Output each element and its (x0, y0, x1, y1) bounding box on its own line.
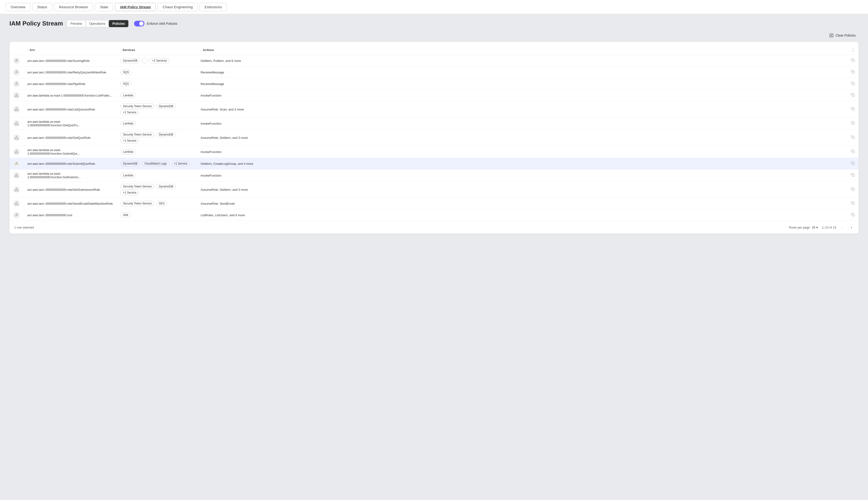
nav-tab-resource-browser[interactable]: Resource Browser (54, 3, 93, 11)
service-badge: Lambda (120, 149, 136, 155)
svg-rect-11 (853, 94, 855, 96)
copy-button[interactable] (851, 93, 855, 98)
service-badge: +1 Service (120, 110, 139, 115)
empty-service-badge (142, 58, 148, 64)
page-title: IAM Policy Stream (10, 20, 63, 27)
services-cell: Security Token ServiceDynamoDB+1 Service (117, 101, 197, 117)
actions-cell: AssumeRole, SendEmail (197, 198, 847, 209)
nav-tabs: OverviewStatusResource BrowserStateIAM P… (6, 5, 229, 9)
table-row[interactable]: arn:aws:iam::000000000000:role/GetQuizRo… (10, 129, 858, 146)
pagination-controls: Rows per page: 25 ▾ 1–13 of 13 ‹ › (789, 224, 854, 230)
actions-cell: GetItem, CreateLogGroup, and 4 more (197, 158, 847, 170)
table-row[interactable]: arn:aws:iam::000000000000:role/ScoringRo… (10, 55, 858, 67)
copy-button[interactable] (851, 59, 855, 63)
clear-icon (829, 33, 834, 37)
lambda-icon (13, 134, 20, 141)
table-row[interactable]: arn:aws:iam::000000000000:role/SubmitQui… (10, 158, 858, 170)
rows-per-page: Rows per page: 25 ▾ (789, 226, 818, 229)
nav-tab-overview[interactable]: Overview (6, 3, 31, 11)
service-badge: +1 Service (171, 161, 190, 166)
table-row[interactable]: arn:aws:iam::000000000000:rootIAMListRol… (10, 209, 858, 221)
arn-cell: arn:aws:iam::000000000000:role/GetQuizRo… (24, 129, 117, 146)
copy-button[interactable] (851, 107, 855, 111)
subtab-operations[interactable]: Operations (86, 20, 109, 27)
user-icon (13, 57, 20, 64)
svg-rect-4 (853, 60, 855, 62)
services-cell: Security Token ServiceSES (117, 198, 197, 209)
toggle-row: Enforce IAM Policies (134, 21, 177, 26)
nav-tab-extensions[interactable]: Extensions (200, 3, 227, 11)
clear-policies-button[interactable]: Clear Policies (826, 32, 858, 39)
lambda-icon (13, 200, 20, 207)
table-container: Arn Services Actions ⋮ arn:aws:iam::0000… (10, 42, 858, 234)
table-row[interactable]: arn:aws:lambda:us-east-1:000000000000:fu… (10, 90, 858, 101)
enforce-policies-toggle[interactable] (134, 21, 144, 26)
svg-rect-34 (853, 203, 855, 205)
next-page-button[interactable]: › (849, 224, 854, 230)
services-cell: SQS (117, 67, 197, 78)
copy-button[interactable] (851, 70, 855, 75)
table-row[interactable]: arn:aws:lambda:us-east-1:000000000000:fu… (10, 146, 858, 158)
svg-marker-18 (15, 136, 19, 139)
copy-button[interactable] (851, 162, 855, 166)
prev-page-button[interactable]: ‹ (840, 224, 845, 230)
services-cell: Lambda (117, 117, 197, 129)
copy-button[interactable] (851, 122, 855, 126)
table-row[interactable]: arn:aws:iam::000000000000:role/SendEmail… (10, 198, 858, 209)
arn-cell: arn:aws:lambda:us-east-1:000000000000:fu… (24, 90, 117, 101)
nav-tab-state[interactable]: State (95, 3, 113, 11)
service-badge: SES (156, 201, 167, 206)
actions-cell: GetItem, PutItem, and 6 more (197, 55, 847, 67)
arn-cell: arn:aws:iam::000000000000:role/PipeRole (24, 78, 117, 90)
svg-rect-20 (853, 137, 855, 139)
lambda-icon (13, 148, 20, 155)
service-badge: Lambda (120, 93, 136, 98)
copy-button[interactable] (851, 150, 855, 154)
copy-button[interactable] (851, 82, 855, 86)
table-row[interactable]: arn:aws:lambda:us-east-1:000000000000:fu… (10, 170, 858, 182)
service-badge: DynamoDB (156, 132, 176, 137)
service-badge: DynamoDB (156, 184, 176, 189)
service-badge: Security Token Service (120, 132, 154, 137)
services-cell: SQS (117, 78, 197, 90)
lambda-icon (13, 186, 20, 193)
arn-cell: arn:aws:lambda:us-east-1:000000000000:fu… (24, 170, 117, 182)
service-badge: +1 Service (120, 190, 139, 195)
table-footer: 1 row selected Rows per page: 25 ▾ 1–13 … (10, 221, 858, 234)
nav-tab-chaos-engineering[interactable]: Chaos Engineering (158, 3, 198, 11)
nav-tab-iam-policy-stream[interactable]: IAM Policy Stream (115, 3, 156, 11)
table-row[interactable]: arn:aws:lambda:us-east-1:000000000000:fu… (10, 117, 858, 129)
user-icon (13, 80, 20, 87)
toggle-label: Enforce IAM Policies (147, 22, 177, 25)
services-cell: Lambda (117, 90, 197, 101)
lambda-icon (13, 92, 20, 99)
table-row[interactable]: arn:aws:iam::000000000000:role/PipeRoleS… (10, 78, 858, 90)
services-cell: Security Token ServiceDynamoDB+1 Service (117, 129, 197, 146)
service-badge: CloudWatch Logs (142, 161, 169, 166)
actions-cell: AssumeRole, GetItem, and 3 more (197, 182, 847, 198)
subtab-policies[interactable]: Policies (109, 20, 128, 27)
copy-button[interactable] (851, 188, 855, 192)
lambda-icon (13, 172, 20, 179)
rows-per-page-select[interactable]: 25 ▾ (812, 226, 818, 229)
table-row[interactable]: arn:aws:iam::000000000000:role/ListQuizz… (10, 101, 858, 117)
subtab-preview[interactable]: Preview (67, 20, 86, 27)
nav-tab-status[interactable]: Status (32, 3, 53, 11)
selected-label: 1 row selected (14, 226, 34, 229)
service-badge: +1 Service (120, 138, 139, 143)
services-cell: Lambda (117, 146, 197, 158)
subtab-group: PreviewOperationsPolicies (67, 22, 128, 25)
svg-marker-26 (15, 174, 19, 177)
service-badge: DynamoDB (120, 58, 140, 63)
table-row[interactable]: arn:aws:iam::000000000000:role/GetSubmis… (10, 182, 858, 198)
copy-button[interactable] (851, 213, 855, 217)
service-badge: Security Token Service (120, 201, 154, 206)
lambda-icon (13, 106, 20, 113)
copy-button[interactable] (851, 173, 855, 178)
actions-cell: InvokeFunction (197, 170, 847, 182)
table-row[interactable]: arn:aws:iam::000000000000:role/RetryQuiz… (10, 67, 858, 78)
copy-button[interactable] (851, 202, 855, 206)
policies-table: Arn Services Actions ⋮ arn:aws:iam::0000… (10, 46, 858, 221)
services-cell: DynamoDBCloudWatch Logs+1 Service (117, 158, 197, 170)
copy-button[interactable] (851, 136, 855, 140)
